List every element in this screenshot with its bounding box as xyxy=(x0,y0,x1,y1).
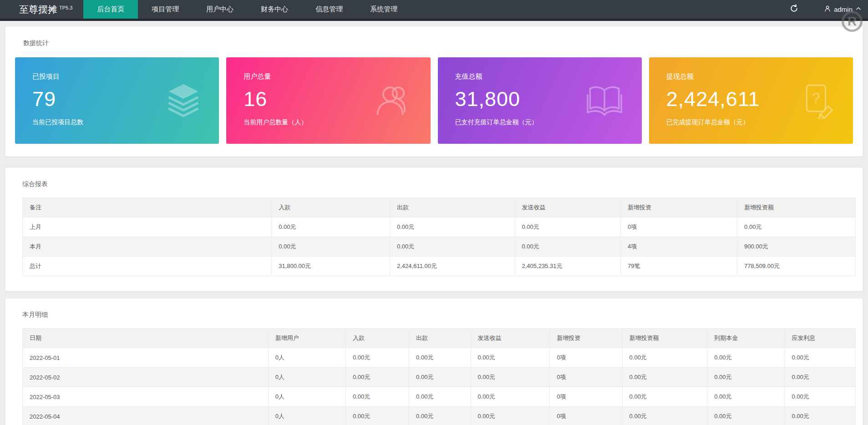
stat-cards: 已投项目79当前已投项目总数用户总量16当前用户总数量（人）充值总额31,800… xyxy=(5,56,863,156)
stats-panel: 数据统计 已投项目79当前已投项目总数用户总量16当前用户总数量（人）充值总额3… xyxy=(5,26,863,157)
header-row: 备注入款出款发送收益新增投资新增投资额 xyxy=(23,198,856,218)
table-row: 2022-05-040人0.00元0.00元0.00元0项0.00元0.00元0… xyxy=(23,407,856,425)
table-cell: 0.00元 xyxy=(707,387,785,407)
detail-table-wrap: 日期新增用户入款出款发送收益新增投资新增投资额到期本金应发利息2022-05-0… xyxy=(5,328,863,425)
table-cell: 0.00元 xyxy=(622,348,707,368)
table-cell: 0.00元 xyxy=(785,387,856,407)
table-cell: 900.00元 xyxy=(737,237,856,257)
table-cell: 0项 xyxy=(550,348,622,368)
table-cell: 2022-05-01 xyxy=(23,348,269,368)
table-cell: 0.00元 xyxy=(785,348,856,368)
table-cell: 0.00元 xyxy=(409,368,471,387)
table-cell: 0.00元 xyxy=(471,368,550,387)
nav-item-1[interactable]: 后台首页 xyxy=(83,0,138,19)
card-desc: 已完成提现订单总金额（元） xyxy=(666,118,836,126)
doc-question-icon: ? xyxy=(799,82,836,119)
table-cell: 0人 xyxy=(268,407,345,425)
users-icon xyxy=(373,81,413,121)
stat-card-1: 已投项目79当前已投项目总数 xyxy=(15,57,219,144)
table-cell: 0项 xyxy=(620,218,737,237)
column-header: 入款 xyxy=(346,329,409,348)
table-cell: 0.00元 xyxy=(707,348,785,368)
table-cell: 0项 xyxy=(550,407,622,425)
table-cell: 778,509.00元 xyxy=(737,257,856,276)
nav-item-4[interactable]: 财务中心 xyxy=(247,0,302,19)
report-table: 备注入款出款发送收益新增投资新增投资额上月0.00元0.00元0.00元0项0.… xyxy=(22,197,856,276)
table-row: 本月0.00元0.00元0.00元4项900.00元 xyxy=(23,237,856,257)
stat-card-2: 用户总量16当前用户总数量（人） xyxy=(226,57,430,144)
table-cell: 0.00元 xyxy=(272,237,390,257)
layers-icon xyxy=(165,82,202,119)
table-row: 2022-05-030人0.00元0.00元0.00元0项0.00元0.00元0… xyxy=(23,387,856,407)
card-desc: 当前已投项目总数 xyxy=(32,118,202,126)
column-header: 新增用户 xyxy=(268,329,345,348)
column-header: 新增投资 xyxy=(620,198,737,218)
nav-items: 后台首页项目管理用户中心财务中心信息管理系统管理 xyxy=(83,0,411,19)
table-cell: 0.00元 xyxy=(409,407,471,425)
column-header: 入款 xyxy=(272,198,390,218)
stats-section-title: 数据统计 xyxy=(5,27,863,56)
column-header: 新增投资额 xyxy=(737,198,856,218)
table-cell: 0.00元 xyxy=(346,407,409,425)
column-header: 新增投资额 xyxy=(622,329,707,348)
detail-panel: 本月明细 日期新增用户入款出款发送收益新增投资新增投资额到期本金应发利息2022… xyxy=(5,298,863,425)
nav-item-6[interactable]: 系统管理 xyxy=(356,0,411,19)
book-icon xyxy=(584,81,624,121)
header-row: 日期新增用户入款出款发送收益新增投资新增投资额到期本金应发利息 xyxy=(23,329,856,348)
table-cell: 4项 xyxy=(620,237,737,257)
top-navbar: 至尊摆摊TP5.3 后台首页项目管理用户中心财务中心信息管理系统管理 xyxy=(0,0,868,21)
card-label: 充值总额 xyxy=(455,72,624,81)
table-cell: 0.00元 xyxy=(737,218,856,237)
brand-logo[interactable]: 至尊摆摊TP5.3 xyxy=(0,0,83,19)
table-cell: 2022-05-03 xyxy=(23,387,269,407)
table-cell: 总计 xyxy=(23,257,272,276)
brand-version: TP5.3 xyxy=(59,5,72,10)
nav-item-2[interactable]: 项目管理 xyxy=(138,0,193,19)
column-header: 发送收益 xyxy=(471,329,550,348)
user-icon xyxy=(824,5,831,14)
detail-section-title: 本月明细 xyxy=(5,299,863,328)
detail-table: 日期新增用户入款出款发送收益新增投资新增投资额到期本金应发利息2022-05-0… xyxy=(22,328,856,425)
table-cell: 本月 xyxy=(23,237,272,257)
nav-item-5[interactable]: 信息管理 xyxy=(302,0,356,19)
table-row: 总计31,800.00元2,424,611.00元2,405,235.31元79… xyxy=(23,257,856,276)
refresh-icon xyxy=(790,4,798,15)
table-cell: 79笔 xyxy=(620,257,737,276)
table-cell: 0.00元 xyxy=(272,218,390,237)
table-cell: 0项 xyxy=(550,387,622,407)
table-cell: 0.00元 xyxy=(471,348,550,368)
column-header: 出款 xyxy=(390,198,515,218)
column-header: 日期 xyxy=(23,329,269,348)
report-panel: 综合报表 备注入款出款发送收益新增投资新增投资额上月0.00元0.00元0.00… xyxy=(5,167,863,291)
dashboard-page: 至尊摆摊TP5.3 后台首页项目管理用户中心财务中心信息管理系统管理 xyxy=(0,0,868,425)
column-header: 发送收益 xyxy=(515,198,620,218)
table-cell: 0.00元 xyxy=(346,368,409,387)
card-label: 已投项目 xyxy=(32,72,202,81)
report-section-title: 综合报表 xyxy=(5,168,863,197)
column-header: 到期本金 xyxy=(707,329,785,348)
table-cell: 0.00元 xyxy=(515,218,620,237)
table-cell: 0.00元 xyxy=(707,368,785,387)
table-cell: 0.00元 xyxy=(471,407,550,425)
refresh-button[interactable] xyxy=(784,4,804,15)
user-menu[interactable]: admin xyxy=(824,5,862,14)
table-cell: 0.00元 xyxy=(515,237,620,257)
nav-item-3[interactable]: 用户中心 xyxy=(193,0,247,19)
table-cell: 0人 xyxy=(268,368,345,387)
table-cell: 上月 xyxy=(23,218,272,237)
svg-text:?: ? xyxy=(812,90,820,106)
table-cell: 0.00元 xyxy=(785,368,856,387)
stat-card-3: 充值总额31,800已支付充值订单总金额（元） xyxy=(438,57,642,144)
column-header: 备注 xyxy=(23,198,272,218)
table-cell: 0人 xyxy=(268,348,345,368)
table-cell: 0.00元 xyxy=(346,387,409,407)
column-header: 应发利息 xyxy=(785,329,856,348)
navbar-right: admin xyxy=(784,0,868,19)
table-cell: 0.00元 xyxy=(346,348,409,368)
column-header: 新增投资 xyxy=(550,329,622,348)
table-cell: 0.00元 xyxy=(622,387,707,407)
table-row: 上月0.00元0.00元0.00元0项0.00元 xyxy=(23,218,856,237)
table-cell: 2,424,611.00元 xyxy=(390,257,515,276)
table-cell: 0人 xyxy=(268,387,345,407)
chevron-up-icon xyxy=(855,5,862,13)
